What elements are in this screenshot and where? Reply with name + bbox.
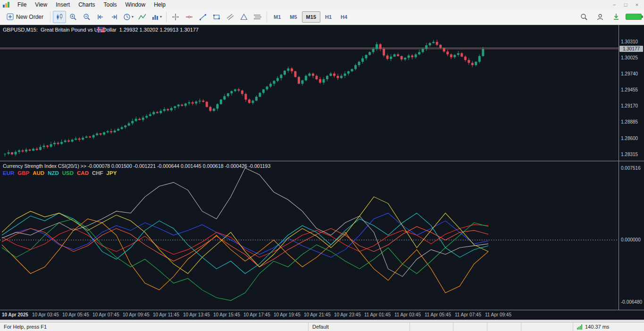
indicator-plot[interactable]: Currency Strength Index CSI(20/1) >> -0.… xyxy=(0,161,619,310)
timeframe-m15-button[interactable]: M15 xyxy=(302,11,320,23)
indicator-histogram-button[interactable]: ▾ xyxy=(150,11,164,23)
currency-flags-icon[interactable] xyxy=(3,27,199,33)
equidistant-lines-icon xyxy=(253,13,262,21)
shapes-tool-button[interactable] xyxy=(210,11,223,23)
account-button[interactable] xyxy=(594,11,607,23)
zoom-in-button[interactable] xyxy=(67,11,80,23)
indicator-title: Currency Strength Index CSI(20/1) >> -0.… xyxy=(3,163,270,169)
time-axis-label: 11 Apr 01:45 xyxy=(364,312,391,317)
price-axis-label: 1.29740 xyxy=(621,71,638,76)
download-icon xyxy=(613,13,619,20)
toolbar-separator xyxy=(166,12,167,22)
toolbar: New Order xyxy=(0,9,644,25)
app-logo-icon xyxy=(3,1,10,8)
price-axis-label: 1.28600 xyxy=(621,136,638,141)
close-button[interactable]: × xyxy=(632,1,642,8)
auto-scroll-button[interactable] xyxy=(94,11,107,23)
price-axis-label: 1.29170 xyxy=(621,103,638,108)
candlestick-chart-icon xyxy=(56,13,63,21)
window-controls: − □ × xyxy=(609,1,642,8)
indicator-line-button[interactable] xyxy=(136,11,149,23)
minimize-button[interactable]: − xyxy=(609,1,619,8)
status-cell xyxy=(487,323,521,331)
chart-shift-button[interactable] xyxy=(108,11,121,23)
channel-tool-button[interactable] xyxy=(224,11,237,23)
latency-value: 140.37 ms xyxy=(585,324,609,330)
menu-view[interactable]: View xyxy=(31,1,51,8)
time-axis-label: 11 Apr 07:45 xyxy=(455,312,481,317)
price-plot[interactable]: GBPUSD,M15: Great Britain Pound vs US Do… xyxy=(0,25,619,161)
menu-bar: File View Insert Charts Tools Window Hel… xyxy=(0,0,644,9)
price-axis[interactable]: 1.303101.300251.297401.294551.291701.288… xyxy=(619,25,644,161)
menu-charts[interactable]: Charts xyxy=(74,1,99,8)
time-axis-label: 10 Apr 11:45 xyxy=(153,312,179,317)
time-axis-label: 10 Apr 19:45 xyxy=(274,312,301,317)
menu-window[interactable]: Window xyxy=(121,1,150,8)
time-axis-label: 11 Apr 05:45 xyxy=(425,312,451,317)
time-axis-label: 11 Apr 09:45 xyxy=(485,312,511,317)
time-axis[interactable]: 10 Apr 202510 Apr 03:4510 Apr 05:4510 Ap… xyxy=(0,310,644,320)
indicator-axis-label: 0.007516 xyxy=(621,166,641,171)
chevron-down-icon: ▾ xyxy=(132,15,134,19)
current-price-tag: 1.30177 xyxy=(619,46,643,52)
status-cell xyxy=(410,323,453,331)
status-help-text: For Help, press F1 xyxy=(0,323,309,331)
zoom-out-button[interactable] xyxy=(80,11,93,23)
legend-jpy: JPY xyxy=(107,170,117,176)
timeframe-h1-button[interactable]: H1 xyxy=(321,11,336,23)
indicator-axis[interactable]: 0.0075160.000000-0.006480 xyxy=(619,161,644,310)
menu-file[interactable]: File xyxy=(13,1,31,8)
csi-line-nzd xyxy=(2,213,488,273)
account-icon xyxy=(596,13,604,21)
triangle-tool-button[interactable] xyxy=(237,11,251,23)
profile-selector[interactable]: Default xyxy=(309,323,410,331)
price-axis-label: 1.28315 xyxy=(621,152,638,157)
new-order-icon xyxy=(7,13,14,20)
legend-gbp: GBP xyxy=(17,170,29,176)
connection-latency[interactable]: 140.37 ms xyxy=(573,323,644,331)
search-button[interactable] xyxy=(577,11,591,23)
chart-shift-icon xyxy=(110,13,118,21)
new-order-button[interactable]: New Order xyxy=(2,11,48,23)
indicator-values: -0.000078 0.001500 -0.001221 -0.000644 0… xyxy=(88,163,270,169)
zoom-out-icon xyxy=(83,13,91,21)
triangle-icon xyxy=(240,13,248,21)
time-axis-label: 10 Apr 2025 xyxy=(2,312,28,317)
horizontal-line-tool-button[interactable] xyxy=(183,11,196,23)
crosshair-tool-button[interactable] xyxy=(169,11,182,23)
zoom-in-icon xyxy=(69,13,77,21)
price-plot-svg[interactable] xyxy=(0,25,619,161)
time-axis-label: 10 Apr 23:45 xyxy=(334,312,361,317)
timeframe-m1-button[interactable]: M1 xyxy=(269,11,285,23)
connection-battery-icon xyxy=(626,14,642,20)
mt5-window: File View Insert Charts Tools Window Hel… xyxy=(0,0,644,331)
csi-plot-svg[interactable] xyxy=(0,161,619,310)
legend-nzd: NZD xyxy=(48,170,59,176)
toolbar-separator xyxy=(50,12,50,22)
timeframe-m5-button[interactable]: M5 xyxy=(285,11,301,23)
time-axis-label: 10 Apr 07:45 xyxy=(92,312,119,317)
menu-insert[interactable]: Insert xyxy=(51,1,74,8)
candlestick-chart-button[interactable] xyxy=(53,11,66,23)
horizontal-line-icon xyxy=(185,13,193,21)
clock-icon xyxy=(123,13,131,21)
price-pane: GBPUSD,M15: Great Britain Pound vs US Do… xyxy=(0,25,644,161)
search-icon xyxy=(580,13,588,21)
time-axis-label: 10 Apr 17:45 xyxy=(243,312,270,317)
price-axis-label: 1.28885 xyxy=(621,119,638,124)
menu-help[interactable]: Help xyxy=(150,1,170,8)
menu-tools[interactable]: Tools xyxy=(100,1,121,8)
timeframe-h4-button[interactable]: H4 xyxy=(336,11,351,23)
crosshair-icon xyxy=(172,13,179,21)
time-axis-label: 10 Apr 05:45 xyxy=(62,312,89,317)
status-cell xyxy=(453,323,487,331)
channel-icon xyxy=(226,13,234,21)
equidistant-lines-tool-button[interactable] xyxy=(251,11,264,23)
maximize-button[interactable]: □ xyxy=(620,1,631,8)
time-axis-label: 10 Apr 21:45 xyxy=(304,312,331,317)
symbol-bar: GBPUSD,M15: Great Britain Pound vs US Do… xyxy=(3,27,199,33)
trendline-tool-button[interactable] xyxy=(196,11,209,23)
data-feed-button[interactable] xyxy=(610,11,623,23)
signal-bars-icon xyxy=(577,324,582,330)
period-dropdown-button[interactable]: ▾ xyxy=(121,11,135,23)
